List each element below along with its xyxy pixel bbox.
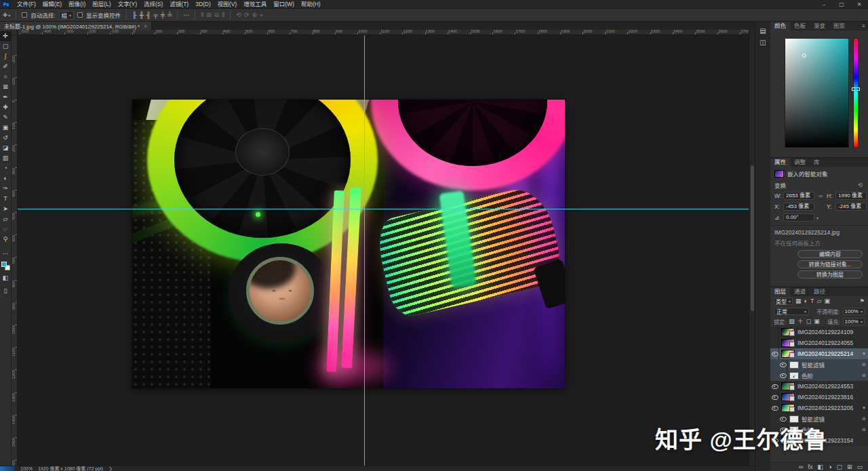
auto-select-checkbox[interactable]: [22, 12, 27, 18]
color-saturation-box[interactable]: [785, 38, 849, 148]
link-dimensions-icon[interactable]: ∞: [816, 192, 825, 199]
align-icon-0[interactable]: ╟: [132, 11, 136, 20]
screen-mode-icon[interactable]: ▯: [0, 286, 12, 296]
collapsed-dock-icon-1[interactable]: ◫: [760, 39, 766, 46]
props-button-1[interactable]: 转换为链接对象...: [797, 260, 863, 268]
tab-调整[interactable]: 调整: [790, 158, 810, 167]
align-icon-4[interactable]: ╪: [161, 11, 165, 20]
x-field[interactable]: -453 像素: [783, 203, 814, 211]
auto-select-dropdown[interactable]: 组▾: [59, 11, 75, 20]
frame-tool[interactable]: ⊠: [0, 82, 12, 92]
align-icon-1[interactable]: ╫: [139, 11, 143, 20]
minimize-button[interactable]: –: [815, 0, 833, 9]
close-button[interactable]: ✕: [850, 0, 868, 9]
layer-row-IMG20240129224109[interactable]: IMG20240129224109: [770, 327, 868, 337]
chevron-down-icon[interactable]: ▾: [816, 216, 818, 220]
more-options-icon[interactable]: ⋯: [183, 11, 189, 20]
color-swatches[interactable]: [1, 262, 10, 270]
filter-options-icon[interactable]: ⊜: [860, 416, 868, 422]
smart-filter-expand-icon[interactable]: ▾: [860, 351, 868, 356]
height-field[interactable]: 1990 像素: [835, 192, 867, 200]
layer-filter-icon-0[interactable]: ▦: [795, 297, 802, 306]
canvas-area[interactable]: [18, 35, 749, 466]
tab-渐变[interactable]: 渐变: [810, 22, 829, 30]
foreground-color-swatch[interactable]: [1, 262, 7, 267]
menu-item-4[interactable]: 文字(Y): [115, 0, 140, 9]
menu-item-11[interactable]: 帮助(H): [298, 0, 324, 9]
layers-footer-icon-4[interactable]: ▢: [836, 463, 842, 471]
layer-thumbnail[interactable]: [781, 328, 795, 336]
layer-visibility-toggle[interactable]: [770, 348, 779, 359]
brush-tool[interactable]: ✎: [0, 112, 12, 123]
props-button-2[interactable]: 转换为图层: [797, 270, 863, 279]
dodge-tool[interactable]: ◐: [0, 173, 12, 184]
blur-tool[interactable]: ◔: [0, 163, 12, 173]
tab-颜色[interactable]: 颜色: [770, 22, 790, 30]
layers-footer-icon-3[interactable]: ◑: [828, 463, 831, 471]
gradient-tool[interactable]: ▥: [0, 153, 12, 163]
tab-图层[interactable]: 图层: [770, 287, 790, 296]
show-transform-checkbox[interactable]: [77, 12, 83, 18]
layer-visibility-toggle[interactable]: [770, 327, 779, 337]
filter-mask-thumbnail[interactable]: [789, 361, 799, 369]
layer-visibility-toggle[interactable]: [770, 381, 779, 392]
layers-footer-icon-5[interactable]: ⊞: [847, 463, 852, 471]
layer-thumbnail[interactable]: [781, 339, 795, 347]
layer-filter-icon-1[interactable]: ◐: [804, 297, 808, 306]
maximize-button[interactable]: ▢: [833, 0, 850, 9]
panel-menu-icon[interactable]: ≡: [859, 22, 868, 30]
layer-thumbnail[interactable]: [781, 382, 795, 390]
width-field[interactable]: 2653 像素: [783, 192, 814, 200]
layer-visibility-toggle[interactable]: [770, 337, 779, 348]
quick-selection-tool[interactable]: ✐: [0, 62, 12, 72]
path-selection-tool[interactable]: ➤: [0, 204, 12, 214]
distribute-icon-0[interactable]: ⫴: [201, 11, 203, 20]
hue-slider-thumb[interactable]: [852, 87, 860, 91]
lasso-tool[interactable]: ʃ: [0, 52, 12, 62]
hue-slider[interactable]: [853, 38, 859, 148]
layer-filter-icon-3[interactable]: ▱: [816, 297, 821, 306]
opacity-dropdown[interactable]: 100%▾: [843, 308, 865, 315]
blend-mode-dropdown[interactable]: 正常▾: [774, 308, 809, 315]
hand-tool[interactable]: ☞: [0, 224, 12, 234]
align-icon-2[interactable]: ╢: [146, 11, 151, 20]
tab-库[interactable]: 库: [810, 158, 824, 167]
layer-row-色阶[interactable]: ◐色阶⊜: [770, 370, 868, 381]
edit-toolbar-icon[interactable]: ⋯: [0, 249, 12, 259]
lock-icon-0[interactable]: ▨: [789, 317, 795, 326]
history-brush-tool[interactable]: ↺: [0, 133, 12, 143]
pen-tool[interactable]: ✑: [0, 184, 12, 194]
menu-item-5[interactable]: 选择(S): [140, 0, 166, 9]
filter-options-icon[interactable]: ⊜: [860, 427, 868, 432]
horizontal-guide[interactable]: [18, 209, 749, 209]
layer-filter-icon-4[interactable]: ▣: [824, 297, 830, 306]
angle-field[interactable]: 0.00°: [783, 213, 814, 222]
layer-row-IMG20240129223816[interactable]: IMG20240129223816: [770, 392, 868, 403]
clone-stamp-tool[interactable]: ▣: [0, 123, 12, 133]
distribute-icon-3[interactable]: ⫼: [222, 11, 224, 20]
menu-item-9[interactable]: 增效工具: [240, 0, 270, 9]
menu-item-6[interactable]: 滤镜(T): [166, 0, 192, 9]
distribute-icon-1[interactable]: ⊞: [206, 11, 212, 20]
color-picker-cursor[interactable]: [802, 54, 806, 58]
layer-visibility-toggle[interactable]: [770, 392, 779, 403]
eyedropper-tool[interactable]: ✒: [0, 92, 12, 102]
zoom-level[interactable]: 100%: [20, 466, 33, 471]
close-tab-icon[interactable]: ×: [144, 23, 147, 29]
status-options-chevron[interactable]: ❯: [108, 466, 113, 471]
tab-属性[interactable]: 属性: [770, 158, 790, 167]
marquee-tool[interactable]: ▢: [0, 41, 12, 52]
layer-row-IMG20240129224055[interactable]: IMG20240129224055: [770, 337, 868, 348]
tab-色板[interactable]: 色板: [790, 22, 810, 30]
type-tool[interactable]: T: [0, 194, 12, 204]
layer-visibility-toggle[interactable]: [770, 403, 779, 413]
layers-footer-icon-2[interactable]: ◧: [817, 463, 823, 471]
layer-thumbnail[interactable]: [781, 393, 795, 401]
adjustment-thumbnail[interactable]: ◐: [789, 372, 799, 380]
quick-mask-icon[interactable]: ◧: [0, 273, 12, 283]
layer-row-IMG20240129225214[interactable]: IMG20240129225214▾: [770, 348, 868, 359]
filter-options-icon[interactable]: ⊜: [860, 373, 868, 378]
align-icon-3[interactable]: ╤: [153, 11, 157, 20]
layer-row-智能滤镜[interactable]: 智能滤镜⊜: [770, 359, 868, 370]
menu-item-7[interactable]: 3D(D): [192, 0, 214, 9]
